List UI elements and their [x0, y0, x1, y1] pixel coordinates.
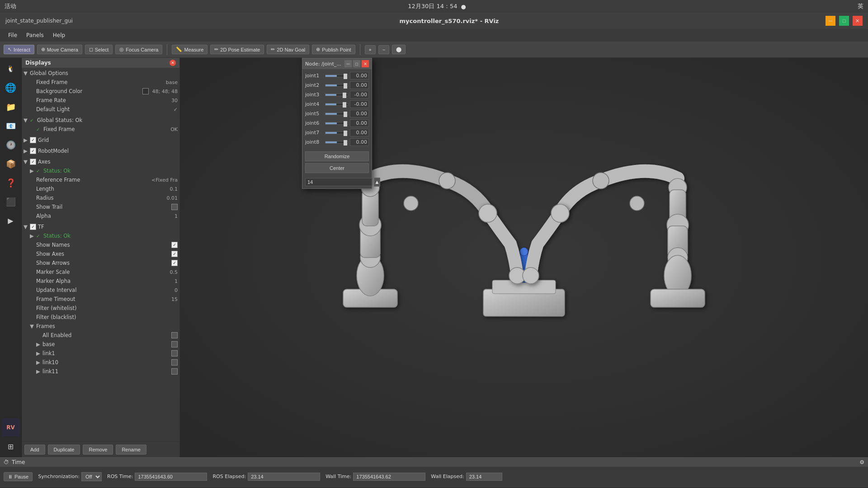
grid-row[interactable]: ▶ ✓ Grid [22, 136, 179, 145]
left-icon-browser[interactable]: 🌐 [2, 79, 20, 97]
frame-rate-row[interactable]: Frame Rate 30 [22, 96, 179, 105]
tf-marker-alpha-row[interactable]: Marker Alpha 1 [22, 277, 179, 286]
global-status-row[interactable]: ▼ ✓ Global Status: Ok [22, 116, 179, 125]
tf-filter-whitelist-row[interactable]: Filter (whitelist) [22, 304, 179, 313]
left-icon-1[interactable]: 🐧 [2, 60, 20, 78]
menu-panels[interactable]: Panels [22, 30, 48, 40]
frame-link1-checkbox[interactable] [171, 350, 178, 357]
axes-radius-row[interactable]: Radius 0.01 [22, 193, 179, 202]
frame-link11-expand[interactable]: ▶ [36, 368, 42, 375]
grid-checkbox[interactable]: ✓ [30, 137, 36, 143]
duplicate-button[interactable]: Duplicate [48, 445, 80, 455]
ros-elapsed-input[interactable] [248, 473, 320, 481]
axes-length-row[interactable]: Length 0.1 [22, 184, 179, 193]
interact-button[interactable]: ↖ Interact [4, 45, 34, 54]
dialog-scroll-up-button[interactable]: ▲ [374, 178, 380, 187]
default-light-row[interactable]: Default Light ✓ [22, 105, 179, 114]
frame-base-checkbox[interactable] [171, 341, 178, 347]
toolbar-dot-button[interactable]: ⬤ [392, 45, 406, 54]
minimize-button[interactable]: ─ [826, 16, 835, 26]
tf-show-axes-row[interactable]: Show Axes ✓ [22, 249, 179, 258]
left-icon-email[interactable]: 📧 [2, 117, 20, 135]
axes-status-expand[interactable]: ▶ [30, 168, 36, 174]
nav-goal-button[interactable]: ✏ 2D Nav Goal [267, 45, 309, 54]
joint-slider-4[interactable] [325, 103, 348, 106]
wall-elapsed-input[interactable] [466, 473, 502, 481]
dialog-close-button[interactable]: ✕ [362, 60, 369, 67]
ros-time-input[interactable] [135, 473, 207, 481]
frame-link1-expand[interactable]: ▶ [36, 350, 42, 357]
global-status-fixed-frame-row[interactable]: ✓ Fixed Frame OK [22, 125, 179, 134]
dialog-number-input[interactable] [305, 178, 372, 186]
frames-all-enabled-row[interactable]: All Enabled [22, 331, 179, 340]
left-icon-terminal[interactable]: ▶ [2, 211, 20, 230]
frame-base-row[interactable]: ▶ base [22, 340, 179, 349]
close-button[interactable]: ✕ [853, 16, 863, 26]
menu-file[interactable]: File [4, 30, 22, 40]
center-button[interactable]: Center [305, 163, 369, 173]
joint-slider-2[interactable] [325, 84, 348, 87]
robot-model-expand[interactable]: ▶ [24, 148, 30, 154]
rename-button[interactable]: Rename [116, 445, 146, 455]
viewport[interactable]: Node: /joint_... ─ □ ✕ joint1 0.00 joint… [180, 58, 868, 457]
axes-show-trail-row[interactable]: Show Trail [22, 202, 179, 211]
toolbar-minus-button[interactable]: − [378, 45, 389, 54]
pause-button[interactable]: ⏸ Pause [4, 472, 33, 481]
left-icon-files[interactable]: 📁 [2, 98, 20, 116]
activities-label[interactable]: 活动 [5, 2, 16, 10]
joint-slider-3[interactable] [325, 94, 348, 96]
tf-checkbox[interactable]: ✓ [30, 224, 36, 230]
dialog-minimize-button[interactable]: ─ [344, 60, 352, 67]
frames-all-enabled-checkbox[interactable] [171, 332, 178, 338]
displays-close-button[interactable]: ✕ [170, 60, 176, 66]
global-options-expand[interactable]: ▼ [24, 70, 30, 76]
background-color-swatch[interactable] [142, 88, 149, 94]
3d-view[interactable]: Node: /joint_... ─ □ ✕ joint1 0.00 joint… [180, 58, 868, 457]
frame-link11-checkbox[interactable] [171, 368, 178, 375]
toolbar-plus-button[interactable]: + [365, 45, 376, 54]
tf-show-names-row[interactable]: Show Names ✓ [22, 240, 179, 249]
node-dialog-titlebar[interactable]: Node: /joint_... ─ □ ✕ [302, 58, 372, 69]
tf-update-interval-row[interactable]: Update Interval 0 [22, 286, 179, 295]
tf-frame-timeout-row[interactable]: Frame Timeout 15 [22, 295, 179, 304]
frame-link10-checkbox[interactable] [171, 359, 178, 366]
left-icon-help[interactable]: ❓ [2, 174, 20, 192]
time-settings-icon[interactable]: ⚙ [859, 459, 864, 465]
frame-link10-expand[interactable]: ▶ [36, 359, 42, 366]
joint-slider-7[interactable] [325, 131, 348, 134]
add-button[interactable]: Add [24, 445, 45, 455]
sync-select[interactable]: Off [81, 472, 102, 481]
frames-row[interactable]: ▼ Frames [22, 322, 179, 331]
rviz-icon[interactable]: RV [2, 418, 20, 436]
frame-link10-row[interactable]: ▶ link10 [22, 358, 179, 367]
displays-tree[interactable]: ▼ Global Options Fixed Frame base Backgr… [22, 68, 179, 441]
joint-slider-8[interactable] [325, 141, 348, 144]
remove-button[interactable]: Remove [83, 445, 113, 455]
randomize-button[interactable]: Randomize [305, 151, 369, 161]
left-icon-software[interactable]: 📦 [2, 155, 20, 173]
axes-ref-frame-row[interactable]: Reference Frame <Fixed Fra [22, 175, 179, 184]
dialog-restore-button[interactable]: □ [353, 60, 360, 67]
wall-time-input[interactable] [353, 473, 425, 481]
joint-slider-6[interactable] [325, 122, 348, 125]
global-status-expand[interactable]: ▼ [24, 117, 30, 123]
fixed-frame-row[interactable]: Fixed Frame base [22, 78, 179, 87]
frame-link11-row[interactable]: ▶ link11 [22, 367, 179, 376]
frames-expand[interactable]: ▼ [30, 323, 36, 329]
joint-slider-5[interactable] [325, 113, 348, 115]
focus-camera-button[interactable]: ◎ Focus Camera [115, 45, 162, 54]
pose-estimate-button[interactable]: ✏ 2D Pose Estimate [210, 45, 264, 54]
measure-button[interactable]: 📏 Measure [172, 45, 208, 54]
move-camera-button[interactable]: ⊕ Move Camera [37, 45, 82, 54]
frame-link1-row[interactable]: ▶ link1 [22, 349, 179, 358]
tf-show-names-checkbox[interactable]: ✓ [171, 242, 178, 248]
left-icon-calendar[interactable]: 🕐 [2, 136, 20, 154]
axes-checkbox[interactable]: ✓ [30, 159, 36, 165]
tf-show-axes-checkbox[interactable]: ✓ [171, 251, 178, 257]
global-options-row[interactable]: ▼ Global Options [22, 69, 179, 78]
tf-status-expand[interactable]: ▶ [30, 233, 36, 239]
axes-row[interactable]: ▼ ✓ Axes [22, 157, 179, 166]
tf-filter-blacklist-row[interactable]: Filter (blacklist) [22, 313, 179, 322]
joint-slider-1[interactable] [325, 75, 348, 77]
grid-icon[interactable]: ⊞ [2, 437, 20, 455]
